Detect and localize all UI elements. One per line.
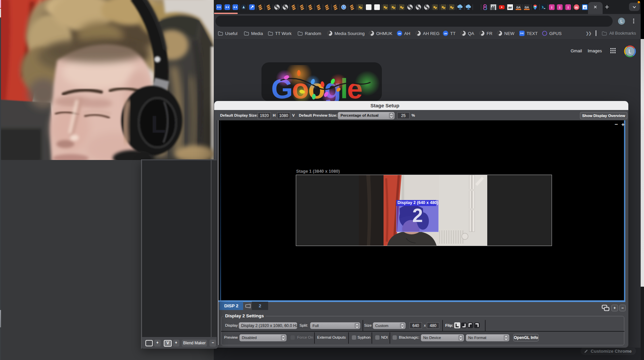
svg-text:zm: zm — [398, 32, 401, 35]
svg-text:L: L — [629, 49, 632, 54]
svg-text:L: L — [151, 111, 166, 138]
svg-text:4: 4 — [584, 6, 586, 9]
svg-text:GA: GA — [525, 6, 529, 9]
svg-text:i: i — [568, 5, 569, 9]
svg-text:m: m — [575, 6, 578, 9]
svg-text:i: i — [551, 5, 552, 9]
svg-text:ae: ae — [508, 6, 512, 9]
svg-text:zm: zm — [444, 32, 447, 35]
svg-text:GA: GA — [516, 6, 521, 9]
svg-text:i: i — [559, 5, 560, 9]
